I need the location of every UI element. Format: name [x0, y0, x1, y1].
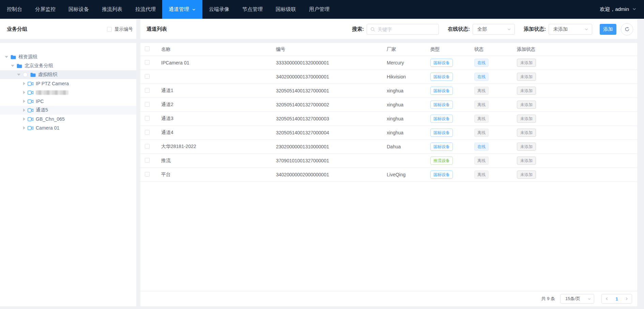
table-row[interactable]: 推流37090101001327000001推流设备离线未添加 — [140, 154, 637, 168]
online-status-select[interactable]: 全部 — [473, 24, 515, 35]
user-greeting: 欢迎，admin — [600, 6, 629, 13]
table-row[interactable]: 通道232050514001327000002xinghua国标设备离线未添加 — [140, 98, 637, 112]
row-checkbox-cell — [140, 102, 156, 108]
caret-right-icon[interactable] — [23, 108, 25, 112]
tree-item[interactable]: 北京业务分组 — [0, 61, 136, 70]
caret-right-icon[interactable] — [23, 117, 25, 121]
cell-type: 国标设备 — [428, 87, 472, 95]
status-badge: 离线 — [474, 87, 489, 95]
show-id-checkbox[interactable] — [107, 27, 112, 32]
nav-tab-1[interactable]: 控制台 — [0, 0, 29, 19]
row-checkbox[interactable] — [145, 88, 150, 93]
show-id-toggle[interactable]: 显示编号 — [107, 26, 133, 32]
tree-radio[interactable] — [23, 72, 28, 77]
nav-tab-5[interactable]: 拉流代理 — [129, 0, 162, 19]
chevron-down-icon — [587, 297, 591, 301]
nav-tab-6[interactable]: 通道管理 — [162, 0, 202, 19]
nav-tab-4[interactable]: 推流列表 — [95, 0, 129, 19]
tree-item-label: GB_Chn_065 — [36, 116, 65, 122]
table-row[interactable]: 通道432050514001327000004xinghua国标设备离线未添加 — [140, 126, 637, 140]
cell-added-status: 未添加 — [515, 101, 637, 109]
nav-tab-7[interactable]: 云端录像 — [202, 0, 236, 19]
table-row[interactable]: 通道132050514001327000001xinghua国标设备离线未添加 — [140, 84, 637, 98]
caret-right-icon[interactable] — [23, 82, 25, 85]
row-checkbox-cell — [140, 158, 156, 164]
nav-tab-10[interactable]: 用户管理 — [303, 0, 336, 19]
row-checkbox[interactable] — [145, 144, 150, 149]
cell-added-status: 未添加 — [515, 157, 637, 165]
table-row[interactable]: 34020000001370000001Hikvision国标设备在线未添加 — [140, 70, 637, 84]
user-menu[interactable]: 欢迎，admin — [592, 0, 644, 19]
tree-item-label: IP PTZ Camera — [36, 81, 69, 86]
nav-tab-3[interactable]: 国标设备 — [62, 0, 95, 19]
table-row[interactable]: 大华28181-202223020000001310000001Dahua国标设… — [140, 140, 637, 154]
status-badge: 在线 — [474, 73, 489, 81]
tree-item[interactable]: 虚拟组织 — [0, 70, 136, 79]
caret-down-icon[interactable] — [11, 65, 14, 67]
tree-item[interactable] — [0, 88, 136, 97]
caret-down-icon[interactable] — [5, 56, 8, 58]
cell-type: 国标设备 — [428, 101, 472, 109]
tree-item[interactable]: 通道5 — [0, 106, 136, 115]
select-all-checkbox[interactable] — [145, 46, 150, 51]
current-page[interactable]: 1 — [615, 296, 618, 301]
cell-vendor: Hikvision — [383, 74, 428, 79]
cell-name: 推流 — [156, 158, 273, 164]
caret-right-icon[interactable] — [23, 100, 25, 103]
add-button[interactable]: 添加 — [600, 24, 616, 35]
tree-item[interactable]: GB_Chn_065 — [0, 115, 136, 123]
added-status-label: 添加状态: — [524, 26, 546, 32]
row-checkbox[interactable] — [145, 102, 150, 107]
row-checkbox-cell — [140, 116, 156, 122]
tree-item[interactable]: 根资源组 — [0, 53, 136, 61]
camera-icon — [28, 99, 33, 104]
col-status: 状态 — [472, 46, 515, 53]
tree-item[interactable]: IPC — [0, 97, 136, 106]
table-row[interactable]: IPCamera 0133330000001320000001Mercury国标… — [140, 56, 637, 70]
row-checkbox-cell — [140, 144, 156, 150]
caret-right-icon[interactable] — [23, 91, 25, 94]
refresh-button[interactable] — [621, 23, 633, 35]
caret-down-icon[interactable] — [17, 74, 20, 76]
col-id: 编号 — [273, 46, 383, 53]
cell-vendor: xinghua — [383, 102, 428, 107]
type-badge: 国标设备 — [430, 101, 453, 109]
search-input[interactable] — [378, 27, 435, 32]
next-page-button[interactable] — [625, 297, 629, 301]
added-status-badge: 未添加 — [517, 171, 536, 179]
chevron-down-icon — [584, 27, 588, 31]
type-badge: 国标设备 — [430, 129, 453, 137]
page-size-select[interactable]: 15条/页 — [560, 294, 594, 304]
row-checkbox[interactable] — [145, 60, 150, 65]
sidebar: 业务分组 显示编号 根资源组北京业务分组虚拟组织IP PTZ CameraIPC… — [0, 19, 136, 306]
row-checkbox[interactable] — [145, 158, 150, 163]
type-badge: 国标设备 — [430, 171, 453, 179]
caret-right-icon[interactable] — [23, 126, 25, 130]
nav-tab-label: 拉流代理 — [135, 6, 156, 13]
table-row[interactable]: 通道332050514001327000003xinghua国标设备离线未添加 — [140, 112, 637, 126]
status-badge: 在线 — [474, 59, 489, 67]
prev-page-button[interactable] — [605, 297, 609, 301]
chevron-down-icon — [192, 8, 196, 12]
row-checkbox[interactable] — [145, 74, 150, 79]
row-checkbox[interactable] — [145, 116, 150, 121]
row-checkbox[interactable] — [145, 172, 150, 177]
nav-tab-label: 推流列表 — [102, 6, 122, 13]
cell-added-status: 未添加 — [515, 59, 637, 67]
cell-id: 32050514001327000001 — [273, 88, 383, 93]
nav-tab-9[interactable]: 国标级联 — [269, 0, 303, 19]
row-checkbox[interactable] — [145, 130, 150, 135]
tree-item[interactable]: IP PTZ Camera — [0, 79, 136, 88]
tree-item-label: 虚拟组织 — [38, 72, 57, 78]
redacted-label — [36, 90, 68, 95]
nav-tab-8[interactable]: 节点管理 — [236, 0, 269, 19]
added-status-select[interactable]: 未添加 — [549, 24, 592, 35]
table-row[interactable]: 平台34020000002000000001LiveQing国标设备离线未添加 — [140, 168, 637, 182]
type-badge: 国标设备 — [430, 115, 453, 123]
nav-tab-2[interactable]: 分屏监控 — [29, 0, 62, 19]
cell-vendor: LiveQing — [383, 172, 428, 177]
cell-vendor: xinghua — [383, 116, 428, 121]
search-label: 搜索: — [352, 26, 364, 32]
tree-item[interactable]: Camera 01 — [0, 123, 136, 132]
sidebar-header: 业务分组 显示编号 — [0, 19, 136, 39]
